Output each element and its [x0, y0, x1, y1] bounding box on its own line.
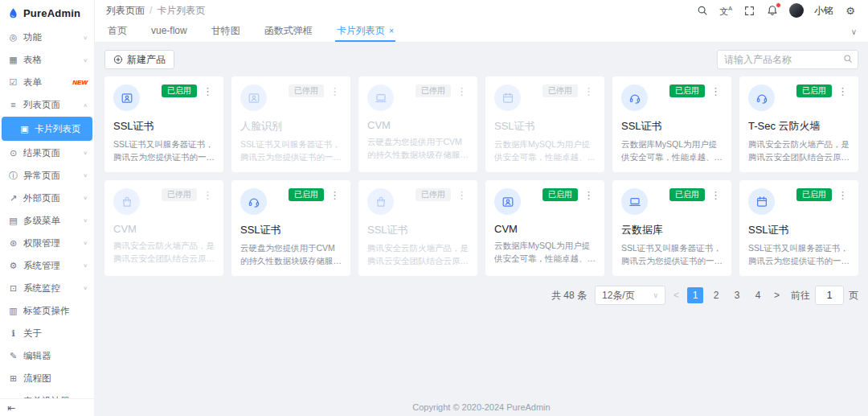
chevron-down-icon: ∨ — [83, 56, 88, 62]
tab-0[interactable]: 首页 — [106, 21, 129, 42]
calendar-icon — [494, 84, 521, 111]
about-icon: ℹ — [8, 328, 18, 339]
sidebar-item-label: 卡片列表页 — [35, 123, 81, 135]
card-actions: 已启用⋮ — [669, 84, 723, 97]
card-title: SSL证书 — [621, 119, 723, 134]
breadcrumb-item[interactable]: 列表页面 — [106, 4, 145, 18]
avatar[interactable] — [789, 3, 804, 18]
card-description: 腾讯安全云防火墙产品，是腾讯云安全团队结合云原生的优势，自主研... — [113, 239, 215, 266]
goto-page-input[interactable] — [815, 286, 844, 305]
kebab-menu-icon[interactable]: ⋮ — [582, 85, 596, 97]
product-card: 已停用⋮SSL证书云数据库MySQL为用户提供安全可靠，性能卓越、易于维护的企业… — [485, 76, 604, 172]
sidebar-item-4[interactable]: ▣卡片列表页 — [2, 117, 92, 141]
table-icon: ▦ — [8, 55, 18, 65]
product-card: 已停用⋮SSL证书腾讯安全云防火墙产品，是腾讯云安全团队结合云原生的优势，自主研… — [358, 180, 477, 276]
page-number-3[interactable]: 3 — [729, 287, 745, 303]
status-badge: 已停用 — [416, 84, 451, 97]
kebab-menu-icon[interactable]: ⋮ — [328, 85, 342, 97]
chevron-down-icon: ∨ — [83, 150, 88, 155]
product-search-input[interactable] — [717, 50, 858, 69]
pagination: 共 48 条 12条/页 ∨ < 1234 > 前往 页 — [104, 286, 858, 305]
product-card: 已停用⋮人脸识别SSL证书又叫服务器证书，腾讯云为您提供证书的一站式服务，包括免… — [231, 76, 350, 172]
status-badge: 已启用 — [796, 188, 832, 201]
page-number-2[interactable]: 2 — [708, 287, 724, 303]
page-content: 新建产品 已启用⋮SSL证书SSL证书又叫服务器证书，腾讯云为您提供证书的一站式… — [95, 43, 868, 416]
sidebar-item-1[interactable]: ▦表格∨ — [0, 48, 94, 71]
chevron-down-icon: ∨ — [83, 262, 88, 268]
kebab-menu-icon[interactable]: ⋮ — [709, 85, 723, 97]
sidebar-item-9[interactable]: ⊛权限管理∨ — [0, 232, 94, 254]
sidebar-item-label: 多级菜单 — [23, 215, 60, 227]
header-actions: 文A 小铭 ⚙ — [696, 3, 857, 18]
sidebar-item-7[interactable]: ↗外部页面∨ — [0, 187, 94, 209]
product-card: 已停用⋮CVM云硬盘为您提供用于CVM的持久性数据块级存储服务。云硬盘中的数据.… — [358, 76, 477, 172]
username[interactable]: 小铭 — [814, 4, 833, 18]
sidebar-item-0[interactable]: ◎功能∨ — [0, 26, 94, 48]
chevron-down-icon: ∨ — [83, 240, 88, 245]
kebab-menu-icon[interactable]: ⋮ — [328, 189, 342, 201]
system-manage-icon: ⚙ — [8, 261, 18, 271]
sidebar-item-10[interactable]: ⚙系统管理∨ — [0, 254, 94, 277]
kebab-menu-icon[interactable]: ⋮ — [455, 189, 469, 201]
goto-suffix: 页 — [849, 289, 858, 303]
bag-icon — [113, 188, 140, 215]
kebab-menu-icon[interactable]: ⋮ — [582, 189, 596, 201]
prev-page-icon[interactable]: < — [672, 290, 681, 301]
card-actions: 已启用⋮ — [289, 188, 342, 201]
sidebar-collapse-icon[interactable]: ⇤ — [7, 403, 15, 413]
chevron-down-icon: ∨ — [83, 285, 88, 290]
close-icon[interactable]: × — [389, 27, 394, 35]
settings-gear-icon[interactable]: ⚙ — [844, 4, 857, 17]
main-column: 列表页面 / 卡片列表页 文A 小铭 ⚙ — [95, 0, 868, 416]
bag-icon — [367, 188, 394, 215]
sidebar-menu: ◎功能∨▦表格∨☑表单NEW≡列表页面∧▣卡片列表页⊙结果页面∨ⓘ异常页面∨↗外… — [0, 26, 94, 416]
sidebar-item-label: 异常页面 — [23, 170, 60, 182]
translate-icon[interactable]: 文A — [719, 4, 732, 17]
card-top-row: 已启用⋮ — [240, 188, 342, 215]
search-icon[interactable] — [696, 4, 709, 17]
page-size-select[interactable]: 12条/页 ∨ — [595, 286, 665, 305]
new-product-button[interactable]: 新建产品 — [104, 50, 174, 69]
notification-bell-icon[interactable] — [766, 4, 779, 17]
sidebar-item-5[interactable]: ⊙结果页面∨ — [0, 142, 94, 164]
card-list-icon: ▣ — [19, 124, 30, 134]
kebab-menu-icon[interactable]: ⋮ — [836, 189, 850, 201]
sidebar-item-14[interactable]: ✎编辑器 — [0, 344, 94, 367]
product-search — [717, 50, 858, 69]
app-logo[interactable]: PureAdmin — [0, 0, 94, 26]
next-page-icon[interactable]: > — [772, 290, 781, 301]
fullscreen-icon[interactable] — [743, 4, 755, 17]
search-input-icon[interactable] — [843, 54, 853, 66]
sidebar-item-12[interactable]: ▥标签页操作 — [0, 299, 94, 322]
tabs-dropdown-icon[interactable]: ∨ — [851, 21, 857, 42]
tab-3[interactable]: 函数式弹框 — [263, 21, 314, 42]
kebab-menu-icon[interactable]: ⋮ — [455, 85, 469, 97]
sidebar-item-8[interactable]: ▤多级菜单∨ — [0, 209, 94, 232]
kebab-menu-icon[interactable]: ⋮ — [201, 85, 215, 97]
logo-droplet-icon — [6, 6, 19, 19]
app-window: PureAdmin ◎功能∨▦表格∨☑表单NEW≡列表页面∧▣卡片列表页⊙结果页… — [0, 0, 868, 416]
card-title: CVM — [367, 119, 469, 131]
tab-4[interactable]: 卡片列表页× — [335, 21, 395, 42]
product-card-grid: 已启用⋮SSL证书SSL证书又叫服务器证书，腾讯云为您提供证书的一站式服务，包括… — [104, 76, 858, 276]
card-actions: 已停用⋮ — [162, 188, 215, 201]
sidebar-item-15[interactable]: ⊞流程图 — [0, 367, 94, 389]
sidebar-item-6[interactable]: ⓘ异常页面∨ — [0, 164, 94, 187]
kebab-menu-icon[interactable]: ⋮ — [201, 189, 215, 201]
tab-1[interactable]: vue-flow — [149, 21, 189, 42]
sidebar-item-2[interactable]: ☑表单NEW — [0, 71, 94, 93]
kebab-menu-icon[interactable]: ⋮ — [836, 85, 850, 97]
card-title: 人脸识别 — [240, 119, 342, 134]
sidebar-item-11[interactable]: ⊡系统监控∨ — [0, 277, 94, 299]
page-number-1[interactable]: 1 — [687, 287, 703, 303]
sidebar-item-3[interactable]: ≡列表页面∧ — [0, 93, 94, 116]
card-top-row: 已停用⋮ — [113, 188, 215, 215]
sidebar-item-label: 标签页操作 — [23, 305, 70, 317]
tab-label: 首页 — [108, 24, 127, 38]
result-pages-icon: ⊙ — [8, 148, 18, 159]
kebab-menu-icon[interactable]: ⋮ — [709, 189, 723, 201]
sidebar-item-13[interactable]: ℹ关于 — [0, 322, 94, 344]
app-name: PureAdmin — [23, 7, 80, 19]
page-number-4[interactable]: 4 — [750, 287, 766, 303]
tab-2[interactable]: 甘特图 — [210, 21, 242, 42]
